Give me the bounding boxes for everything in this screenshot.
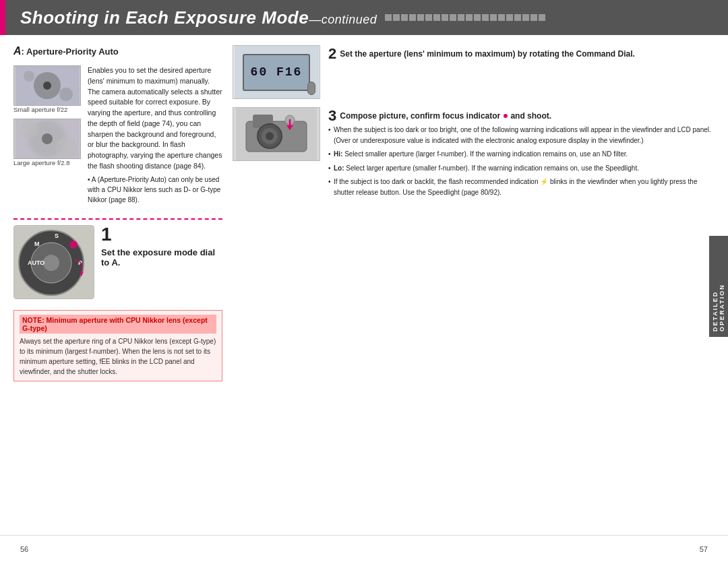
step3-note-4: If the subject is too dark or backlit, t… xyxy=(328,177,715,197)
page-footer: 56 57 xyxy=(0,535,728,562)
pink-accent-bar xyxy=(0,0,5,35)
small-aperture-label: Small aperture f/22 xyxy=(13,106,67,113)
svg-point-3 xyxy=(59,88,73,101)
step3-note-3-text: Select larger aperture (smaller f-number… xyxy=(346,164,639,172)
title-text: Shooting in Each Exposure Mode xyxy=(20,7,309,28)
step3-number-row: 3 Compose picture, confirm focus indicat… xyxy=(328,107,715,125)
step3-note-1: When the subject is too dark or too brig… xyxy=(328,125,715,146)
side-tab: DETAILED OPERATION xyxy=(709,236,728,337)
large-aperture-label: Large aperture f/2.8 xyxy=(13,159,69,166)
step3-note-2: Hi: Select smaller aperture (larger f-nu… xyxy=(328,149,715,160)
continued-text: —continued xyxy=(309,13,377,26)
svg-point-4 xyxy=(43,82,51,90)
left-column: A: Aperture-Priority Auto xyxy=(13,45,222,522)
note-box-text: Always set the aperture ring of a CPU Ni… xyxy=(20,336,216,377)
step3-note-4-text: If the subject is too dark or backlit, t… xyxy=(334,178,698,196)
step3-dot: ● xyxy=(503,110,508,121)
step3-heading-text: Compose picture, confirm focus indicator xyxy=(340,111,500,121)
small-aperture-col: Small aperture f/22 xyxy=(13,65,81,115)
side-tab-text: DETAILED OPERATION xyxy=(712,241,725,332)
aperture-row: Small aperture f/22 xyxy=(13,65,222,205)
page-number-right: 57 xyxy=(700,545,708,553)
step1-desc: Set the exposure mode dial to A. xyxy=(101,247,222,268)
scroll-wheel-icon xyxy=(307,82,315,95)
step3-note-2-text: Select smaller aperture (larger f-number… xyxy=(344,150,628,158)
aperture-images: Small aperture f/22 xyxy=(13,65,81,168)
step2-image: 60 F16 xyxy=(233,45,320,99)
step2-number-row: 2 Set the aperture (lens' minimum to max… xyxy=(328,45,715,63)
header-title: Shooting in Each Exposure Mode—continued xyxy=(20,7,377,28)
svg-text:M: M xyxy=(34,241,40,247)
section-letter: A xyxy=(13,45,22,57)
svg-point-19 xyxy=(69,241,78,249)
svg-point-27 xyxy=(266,132,274,140)
step2-row: 60 F16 2 Set the aperture (lens' minimum… xyxy=(233,45,715,99)
section-header: A: Aperture-Priority Auto xyxy=(13,45,222,60)
small-aperture-svg xyxy=(16,66,80,105)
dial-svg: M S A P AUTO xyxy=(14,226,94,299)
description-block: Enables you to set the desired aperture … xyxy=(88,65,222,205)
step2-heading: Set the aperture (lens' minimum to maxim… xyxy=(340,45,635,61)
step3-number: 3 xyxy=(328,107,336,125)
large-aperture-svg xyxy=(16,119,80,158)
main-content: A: Aperture-Priority Auto xyxy=(0,35,728,528)
step3-svg xyxy=(236,108,317,160)
aperture-description: Enables you to set the desired aperture … xyxy=(88,65,222,172)
step3-heading2: and shoot. xyxy=(510,111,551,121)
svg-text:AUTO: AUTO xyxy=(28,259,44,266)
large-aperture-image xyxy=(13,119,81,159)
step3-heading-block: Compose picture, confirm focus indicator… xyxy=(340,107,551,121)
step3-note-3: Lo: Select larger aperture (smaller f-nu… xyxy=(328,163,715,174)
step2-heading-normal: Set the aperture (lens' minimum to maxim… xyxy=(340,49,574,59)
svg-point-9 xyxy=(42,133,53,144)
svg-point-13 xyxy=(43,255,59,271)
step3-row: 3 Compose picture, confirm focus indicat… xyxy=(233,107,715,201)
note-box-title: NOTE: Minimum aperture with CPU Nikkor l… xyxy=(20,315,216,334)
dial-image: M S A P AUTO xyxy=(13,225,94,299)
svg-point-2 xyxy=(24,71,34,82)
right-column: 60 F16 2 Set the aperture (lens' minimum… xyxy=(233,45,715,522)
svg-point-8 xyxy=(55,137,77,158)
step3-content: 3 Compose picture, confirm focus indicat… xyxy=(328,107,715,201)
large-aperture-col: Large aperture f/2.8 xyxy=(13,119,81,168)
lcd-text: 60 F16 xyxy=(251,65,303,79)
section-title-text: : Aperture-Priority Auto xyxy=(22,46,119,57)
lcd-display: 60 F16 xyxy=(243,54,310,91)
svg-text:P: P xyxy=(78,259,82,266)
step3-note-1-text: When the subject is too dark or too brig… xyxy=(334,126,711,144)
page-number-left: 56 xyxy=(20,545,28,553)
step2-content: 2 Set the aperture (lens' minimum to max… xyxy=(328,45,715,63)
svg-text:S: S xyxy=(55,232,59,239)
step3-notes: When the subject is too dark or too brig… xyxy=(328,125,715,197)
step3-image xyxy=(233,107,320,161)
step1-text: 1 Set the exposure mode dial to A. xyxy=(101,225,222,268)
section-title: A: Aperture-Priority Auto xyxy=(13,45,222,57)
page-header: Shooting in Each Exposure Mode—continued xyxy=(0,0,728,35)
note-box: NOTE: Minimum aperture with CPU Nikkor l… xyxy=(13,310,222,381)
step2-number: 2 xyxy=(328,45,336,63)
aperture-bullet-note: A (Aperture-Priority Auto) can only be u… xyxy=(88,175,222,205)
step1-number: 1 xyxy=(101,225,222,244)
header-pattern xyxy=(385,14,545,21)
svg-point-7 xyxy=(20,120,38,139)
small-aperture-image xyxy=(13,65,81,106)
step2-heading-bold: Command Dial. xyxy=(576,49,635,59)
step1-area: M S A P AUTO 1 Set the exposure mode dia… xyxy=(13,218,222,299)
